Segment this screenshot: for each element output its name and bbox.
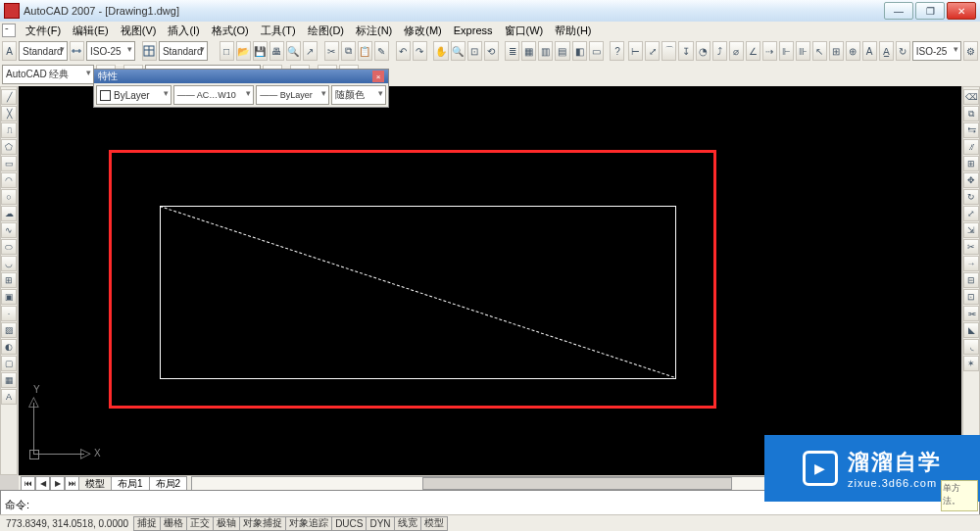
- status-dyn[interactable]: DYN: [366, 516, 394, 531]
- menu-insert[interactable]: 插入(I): [162, 23, 205, 39]
- paste-icon[interactable]: 📋: [358, 41, 372, 61]
- status-model[interactable]: 模型: [420, 516, 448, 531]
- dim-arc-icon[interactable]: ⌒: [662, 41, 676, 61]
- prop-linetype-combo[interactable]: —— AC…W10: [173, 85, 255, 105]
- insert-block-icon[interactable]: ⊞: [1, 272, 17, 288]
- fillet-icon[interactable]: ◟: [963, 339, 979, 355]
- array-icon[interactable]: ⊞: [963, 156, 979, 171]
- dim-ord-icon[interactable]: ↧: [678, 41, 693, 61]
- help-icon[interactable]: ?: [610, 41, 624, 61]
- status-lwt[interactable]: 线宽: [394, 516, 421, 531]
- dim-style-mgr-icon[interactable]: ⚙: [963, 41, 978, 61]
- scale-icon[interactable]: ⤢: [963, 206, 979, 221]
- text-style-combo[interactable]: Standard: [19, 41, 68, 61]
- dim-jog-icon[interactable]: ⤴: [712, 41, 727, 61]
- text-style-icon[interactable]: A: [2, 41, 17, 61]
- menu-tools[interactable]: 工具(T): [255, 23, 302, 39]
- publish-icon[interactable]: ↗: [303, 41, 318, 61]
- menu-modify[interactable]: 修改(M): [398, 23, 448, 39]
- drawing-area[interactable]: Y △ ▷ X: [19, 86, 961, 475]
- status-polar[interactable]: 极轴: [213, 516, 240, 531]
- extend-icon[interactable]: →: [963, 256, 979, 271]
- menu-format[interactable]: 格式(O): [206, 23, 255, 39]
- dim-cont-icon[interactable]: ⊪: [796, 41, 810, 61]
- copy-obj-icon[interactable]: ⧉: [963, 106, 979, 121]
- dim-radius-icon[interactable]: ◔: [696, 41, 710, 61]
- ssm-icon[interactable]: ▤: [555, 41, 569, 61]
- dim-aligned-icon[interactable]: ⤢: [645, 41, 660, 61]
- dim-ang-icon[interactable]: ∠: [746, 41, 760, 61]
- open-icon[interactable]: 📂: [236, 41, 251, 61]
- menu-window[interactable]: 窗口(W): [499, 23, 550, 39]
- menu-file[interactable]: 文件(F): [20, 23, 67, 39]
- xline-icon[interactable]: ╳: [1, 106, 17, 121]
- dim-tedit-icon[interactable]: A̲: [879, 41, 894, 61]
- ellipse-icon[interactable]: ⬭: [1, 239, 17, 255]
- dim-base-icon[interactable]: ⊩: [779, 41, 794, 61]
- dim-leader-icon[interactable]: ↖: [812, 41, 827, 61]
- hatch-tool-icon[interactable]: ▨: [1, 322, 17, 338]
- tab-nav-last[interactable]: ⏭: [65, 476, 79, 491]
- join-icon[interactable]: ⫘: [963, 306, 979, 321]
- prop-color-combo[interactable]: ByLayer: [96, 85, 172, 105]
- dim-update-icon[interactable]: ↻: [896, 41, 910, 61]
- rect-icon[interactable]: ▭: [1, 156, 17, 171]
- markup-icon[interactable]: ◧: [572, 41, 587, 61]
- status-snap[interactable]: 捕捉: [133, 516, 161, 531]
- rotate-icon[interactable]: ↻: [963, 189, 979, 205]
- break-icon[interactable]: ⊡: [963, 289, 979, 305]
- mtext-icon[interactable]: A: [1, 389, 17, 405]
- prop-plotstyle-combo[interactable]: 随颜色: [331, 85, 386, 105]
- status-ducs[interactable]: DUCS: [331, 516, 367, 531]
- tab-nav-next[interactable]: ▶: [50, 476, 65, 491]
- polygon-icon[interactable]: ⬠: [1, 139, 17, 155]
- dim-style-combo[interactable]: ISO-25: [86, 41, 135, 61]
- tab-model[interactable]: 模型: [78, 476, 112, 491]
- match-icon[interactable]: ✎: [374, 41, 389, 61]
- table-style-icon[interactable]: [142, 41, 157, 61]
- dim-linear-icon[interactable]: ⊢: [628, 41, 643, 61]
- zoom-realtime-icon[interactable]: 🔍: [451, 41, 466, 61]
- properties-close-button[interactable]: ×: [372, 71, 384, 82]
- zoom-window-icon[interactable]: ⊡: [467, 41, 482, 61]
- region-icon[interactable]: ▢: [1, 356, 17, 371]
- undo-icon[interactable]: ↶: [396, 41, 411, 61]
- properties-panel[interactable]: 特性 × ByLayer —— AC…W10 —— ByLayer 随颜色: [93, 69, 389, 108]
- props-icon[interactable]: ≣: [505, 41, 519, 61]
- maximize-button[interactable]: ❐: [915, 2, 945, 20]
- properties-panel-title[interactable]: 特性 ×: [94, 70, 388, 83]
- dim-dia-icon[interactable]: ⌀: [729, 41, 744, 61]
- trim-icon[interactable]: ✂: [963, 239, 979, 255]
- circle-icon[interactable]: ○: [1, 189, 17, 205]
- break-pt-icon[interactable]: ⊟: [963, 272, 979, 288]
- cut-icon[interactable]: ✂: [324, 41, 339, 61]
- workspace-combo[interactable]: AutoCAD 经典: [2, 65, 94, 84]
- minimize-button[interactable]: —: [884, 2, 913, 20]
- revcloud-icon[interactable]: ☁: [1, 206, 17, 221]
- explode-icon[interactable]: ✶: [963, 356, 979, 371]
- menu-express[interactable]: Express: [448, 24, 499, 37]
- pline-icon[interactable]: ⎍: [1, 122, 17, 138]
- spline-icon[interactable]: ∿: [1, 222, 17, 238]
- copy-icon[interactable]: ⧉: [341, 41, 356, 61]
- point-icon[interactable]: ·: [1, 306, 17, 321]
- dim-center-icon[interactable]: ⊕: [846, 41, 860, 61]
- pan-icon[interactable]: ✋: [433, 41, 448, 61]
- table-style-combo[interactable]: Standard: [159, 41, 208, 61]
- tab-nav-first[interactable]: ⏮: [21, 476, 35, 491]
- dc-icon[interactable]: ▦: [521, 41, 536, 61]
- menu-edit[interactable]: 编辑(E): [67, 23, 115, 39]
- close-button[interactable]: ✕: [947, 2, 976, 20]
- tab-nav-prev[interactable]: ◀: [35, 476, 50, 491]
- mirror-icon[interactable]: ⮀: [963, 122, 979, 138]
- ellipse-arc-icon[interactable]: ◡: [1, 256, 17, 271]
- make-block-icon[interactable]: ▣: [1, 289, 17, 305]
- redo-icon[interactable]: ↷: [413, 41, 427, 61]
- save-icon[interactable]: 💾: [253, 41, 268, 61]
- dim-style-icon[interactable]: [70, 41, 84, 61]
- status-otrack[interactable]: 对象追踪: [285, 516, 332, 531]
- menu-help[interactable]: 帮助(H): [549, 23, 597, 39]
- tp-icon[interactable]: ▥: [538, 41, 553, 61]
- tab-layout1[interactable]: 布局1: [111, 476, 150, 491]
- gradient-icon[interactable]: ◐: [1, 339, 17, 355]
